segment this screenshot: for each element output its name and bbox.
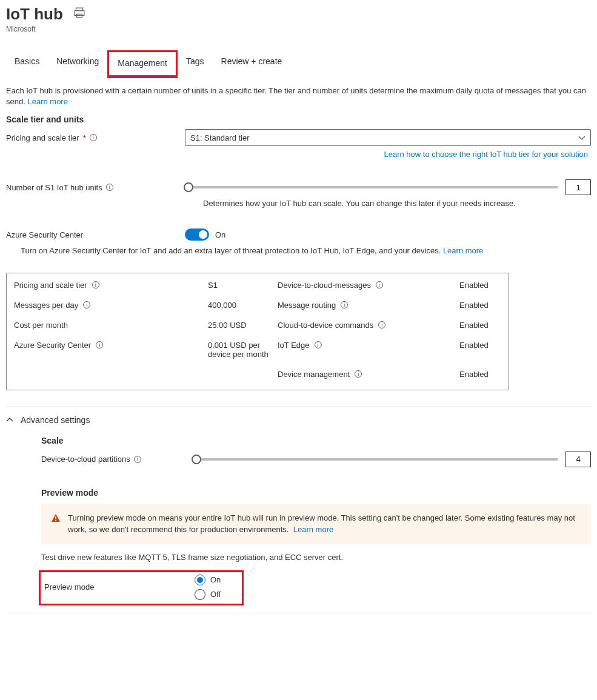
partitions-label: Device-to-cloud partitions i (41, 455, 193, 464)
print-icon[interactable] (74, 7, 85, 21)
warning-icon (51, 513, 61, 527)
partitions-row: Device-to-cloud partitions i (41, 452, 591, 467)
asc-label: Azure Security Center (6, 230, 185, 239)
sum-devmgmt-value: Enabled (459, 370, 514, 379)
info-icon[interactable]: i (376, 281, 383, 288)
info-icon[interactable]: i (378, 321, 385, 328)
radio-icon (195, 589, 205, 600)
asc-toggle[interactable] (185, 228, 209, 241)
info-icon[interactable]: i (106, 184, 113, 191)
partitions-input[interactable] (565, 452, 591, 467)
tab-management-highlight: Management (107, 50, 178, 78)
preview-warning: Turning preview mode on means your entir… (41, 504, 591, 544)
tab-networking[interactable]: Networking (48, 50, 107, 78)
units-helper: Determines how your IoT hub can scale. Y… (203, 199, 591, 208)
sum-d2c-value: Enabled (459, 281, 514, 290)
svg-rect-3 (55, 516, 56, 519)
sum-pricing-label: Pricing and scale tieri (14, 281, 208, 290)
sum-edge-label: IoT Edgei (278, 341, 459, 350)
advanced-heading: Advanced settings (21, 415, 90, 425)
sum-asc-label: Azure Security Centeri (14, 341, 208, 350)
sum-messages-value: 400,000 (208, 301, 278, 310)
tab-management[interactable]: Management (109, 52, 176, 76)
preview-subheading: Preview mode (41, 488, 591, 498)
svg-rect-4 (55, 520, 56, 521)
sum-asc-value: 0.001 USD per device per month (208, 341, 278, 359)
asc-row: Azure Security Center On (6, 228, 591, 241)
sum-messages-label: Messages per dayi (14, 301, 208, 310)
tab-tags[interactable]: Tags (178, 50, 213, 78)
sum-c2d-value: Enabled (459, 321, 514, 330)
page-title-text: IoT hub (6, 5, 63, 24)
advanced-section: Advanced settings Scale Device-to-cloud … (6, 406, 591, 605)
pricing-tier-row: Pricing and scale tier * i S1: Standard … (6, 129, 591, 146)
toggle-thumb (199, 230, 207, 239)
required-asterisk: * (83, 133, 86, 142)
slider-thumb[interactable] (192, 455, 201, 464)
sum-cost-value: 25.00 USD (208, 321, 278, 330)
info-icon[interactable]: i (92, 281, 99, 288)
asc-learn-more-link[interactable]: Learn more (443, 246, 483, 255)
partitions-slider[interactable] (193, 458, 558, 461)
preview-mode-off-radio[interactable]: Off (195, 589, 221, 600)
sum-routing-label: Message routingi (278, 301, 459, 310)
info-icon[interactable]: i (355, 370, 362, 378)
units-slider[interactable] (185, 186, 558, 188)
preview-mode-label: Preview mode (44, 582, 195, 592)
preview-mode-highlight: Preview mode On Off (39, 570, 244, 605)
asc-description: Turn on Azure Security Center for IoT an… (21, 245, 591, 256)
radio-icon (195, 575, 205, 585)
scale-subheading: Scale (41, 436, 591, 445)
info-icon[interactable]: i (315, 341, 322, 348)
preview-mode-on-radio[interactable]: On (195, 575, 221, 585)
summary-table: Pricing and scale tieri S1 Device-to-clo… (6, 273, 509, 390)
advanced-toggle[interactable]: Advanced settings (6, 415, 591, 425)
sum-cost-label: Cost per month (14, 321, 208, 330)
chevron-down-icon (578, 133, 585, 142)
asc-state: On (215, 230, 225, 239)
units-label: Number of S1 IoT hub units i (6, 183, 185, 192)
info-icon[interactable]: i (96, 341, 103, 348)
intro-text: Each IoT hub is provisioned with a certa… (6, 85, 591, 107)
page-title: IoT hub (6, 5, 591, 24)
pricing-tier-select[interactable]: S1: Standard tier (185, 129, 591, 146)
svg-rect-1 (75, 11, 84, 16)
sum-routing-value: Enabled (459, 301, 514, 310)
chevron-up-icon (6, 415, 13, 425)
tabs: Basics Networking Management Tags Review… (6, 50, 591, 78)
sum-c2d-label: Cloud-to-device commandsi (278, 321, 459, 330)
sum-devmgmt-label: Device managementi (278, 370, 459, 379)
info-icon[interactable]: i (83, 301, 90, 308)
sum-pricing-value: S1 (208, 281, 278, 290)
units-input[interactable] (565, 179, 591, 195)
info-icon[interactable]: i (134, 456, 141, 463)
info-icon[interactable]: i (90, 134, 97, 141)
sum-edge-value: Enabled (459, 341, 514, 350)
pricing-tier-value: S1: Standard tier (190, 133, 250, 142)
preview-warning-learn-more-link[interactable]: Learn more (293, 525, 333, 534)
sum-d2c-label: Device-to-cloud-messagesi (278, 281, 459, 290)
pricing-tier-label: Pricing and scale tier * i (6, 133, 185, 142)
subtitle: Microsoft (6, 25, 591, 33)
bottom-divider (6, 613, 591, 613)
units-row: Number of S1 IoT hub units i (6, 179, 591, 195)
tab-review-create[interactable]: Review + create (213, 50, 291, 78)
tier-helper-link[interactable]: Learn how to choose the right IoT hub ti… (384, 150, 588, 159)
preview-description: Test drive new features like MQTT 5, TLS… (41, 553, 591, 562)
scale-heading: Scale tier and units (6, 115, 591, 124)
tab-basics[interactable]: Basics (6, 50, 48, 78)
info-icon[interactable]: i (341, 301, 348, 308)
intro-learn-more-link[interactable]: Learn more (27, 97, 67, 106)
svg-rect-0 (76, 8, 82, 11)
slider-thumb[interactable] (184, 182, 193, 192)
